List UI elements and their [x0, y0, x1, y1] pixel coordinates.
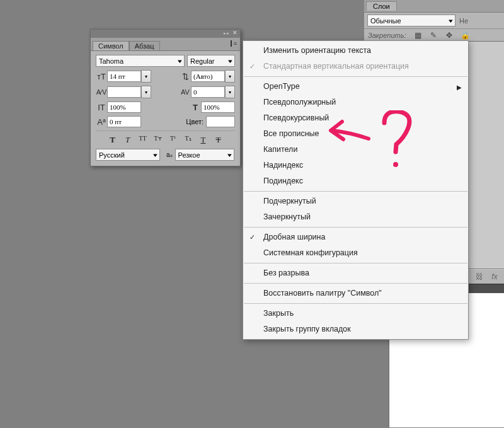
menu-item[interactable]: Восстановить палитру "Символ" [243, 286, 468, 301]
menu-item[interactable]: Псевдополужирный [243, 95, 468, 110]
check-icon: ✓ [249, 61, 255, 72]
menu-item-label: Стандартная вертикальная ориентация [263, 62, 409, 71]
menu-item[interactable]: Все прописные [243, 126, 468, 142]
vscale-icon: IT [96, 103, 107, 112]
blend-mode-value: Обычные [370, 17, 401, 25]
language-value: Русский [99, 151, 125, 159]
chevron-down-icon: ▾ [227, 152, 232, 158]
menu-item-label: Зачеркнутый [263, 212, 311, 221]
leading-input[interactable] [191, 71, 225, 82]
menu-item-label: Восстановить палитру "Символ" [263, 289, 382, 298]
menu-item-label: Надиндекс [263, 161, 303, 170]
font-style-value: Regular [190, 57, 215, 65]
superscript-button[interactable]: T¹ [168, 135, 178, 145]
menu-item-label: Без разрыва [263, 269, 309, 277]
font-size-icon: тT [96, 72, 107, 81]
strike-button[interactable]: T [214, 135, 224, 145]
font-size-input[interactable] [107, 71, 141, 82]
menu-item[interactable]: Системная конфигурация [243, 245, 468, 261]
text-style-row: T T TT Tᴛ T¹ T₁ T T [96, 130, 235, 145]
menu-item[interactable]: Закрыть [243, 306, 468, 321]
menu-item[interactable]: Надиндекс [243, 158, 468, 173]
kerning-dropdown[interactable]: ▾ [141, 86, 151, 98]
menu-item-label: Подиндекс [263, 176, 303, 185]
chevron-down-icon: ▾ [449, 18, 454, 24]
close-icon[interactable]: ✕ [232, 30, 238, 36]
menu-item-label: Псевдокурсивный [263, 113, 329, 122]
bold-button[interactable]: T [108, 135, 118, 145]
fx-icon[interactable]: fx [490, 272, 499, 281]
kerning-input[interactable] [107, 86, 141, 98]
menu-separator [244, 227, 467, 228]
leading-icon: ⇅ [180, 72, 191, 81]
menu-item[interactable]: Без разрыва [243, 265, 468, 281]
opacity-label-partial: Не [459, 17, 468, 25]
menu-item-label: Изменить ориентацию текста [263, 46, 371, 55]
menu-item[interactable]: Капители [243, 142, 468, 158]
check-icon: ✓ [249, 232, 255, 243]
panel-header[interactable]: ▸◂ ✕ [91, 30, 240, 38]
menu-item[interactable]: Подчеркнутый [243, 194, 468, 209]
leading-dropdown[interactable]: ▾ [225, 70, 235, 83]
menu-item[interactable]: Подиндекс [243, 173, 468, 189]
underline-button[interactable]: T [198, 135, 209, 145]
tracking-dropdown[interactable]: ▾ [225, 86, 235, 98]
chevron-down-icon: ▾ [153, 152, 158, 158]
vscale-input[interactable] [107, 101, 141, 113]
antialias-icon: aₐ [166, 151, 173, 158]
lock-paint-icon[interactable]: ✎ [430, 31, 438, 39]
baseline-input[interactable] [107, 116, 141, 127]
baseline-icon: Aª [96, 117, 107, 127]
menu-item-label: Закрыть [263, 309, 294, 318]
chevron-down-icon: ▾ [228, 58, 233, 64]
font-style-select[interactable]: Regular▾ [187, 55, 235, 67]
collapse-icon[interactable]: ▸◂ [224, 31, 229, 36]
menu-item-label: OpenType [263, 82, 300, 91]
tracking-icon: A͏V [180, 88, 191, 96]
panel-menu-icon[interactable]: ≡ [231, 40, 237, 47]
hscale-input[interactable] [201, 101, 235, 113]
lock-all-icon[interactable]: 🔒 [461, 31, 469, 39]
menu-item-label: Закрыть группу вкладок [263, 325, 351, 333]
menu-item-label: Все прописные [263, 129, 319, 138]
font-family-value: Tahoma [99, 57, 123, 65]
menu-separator [244, 283, 467, 284]
tracking-input[interactable] [191, 86, 225, 98]
tab-paragraph[interactable]: Абзац [129, 41, 160, 50]
color-swatch[interactable] [206, 116, 235, 127]
tab-layers[interactable]: Слои [366, 1, 397, 11]
smallcaps-button[interactable]: Tᴛ [153, 135, 163, 145]
lock-row: Закрепить: ▦ ✎ ✥ 🔒 [364, 29, 504, 42]
subscript-button[interactable]: T₁ [183, 135, 193, 145]
font-size-dropdown[interactable]: ▾ [141, 70, 151, 83]
character-panel: ▸◂ ✕ Символ Абзац ≡ Tahoma▾ Regular▾ тT … [90, 29, 241, 166]
hscale-icon: T [190, 103, 201, 112]
menu-separator [244, 191, 467, 192]
italic-button[interactable]: T [123, 135, 133, 145]
menu-item-label: Подчеркнутый [263, 197, 316, 205]
link-icon[interactable]: ⛓ [475, 272, 484, 281]
panel-tabs: Символ Абзац ≡ [91, 38, 240, 51]
menu-separator [244, 263, 467, 263]
layers-blend-row: Обычные ▾ Не [364, 13, 504, 29]
lock-position-icon[interactable]: ✥ [445, 31, 454, 39]
color-label: Цвет: [186, 118, 203, 125]
menu-item[interactable]: ✓Дробная ширина [243, 229, 468, 245]
allcaps-button[interactable]: TT [138, 135, 148, 145]
tab-symbol[interactable]: Символ [93, 41, 129, 50]
lock-transparency-icon[interactable]: ▦ [414, 31, 422, 39]
menu-item[interactable]: Изменить ориентацию текста [243, 43, 468, 59]
blend-mode-select[interactable]: Обычные ▾ [367, 14, 455, 26]
menu-item[interactable]: OpenType▶ [243, 79, 468, 95]
language-select[interactable]: Русский▾ [96, 149, 160, 161]
menu-item-label: Псевдополужирный [263, 98, 336, 107]
menu-item[interactable]: Закрыть группу вкладок [243, 321, 468, 337]
menu-separator [244, 76, 467, 77]
menu-item[interactable]: Зачеркнутый [243, 209, 468, 225]
antialias-select[interactable]: Резкое▾ [175, 149, 234, 161]
antialias-value: Резкое [178, 151, 200, 159]
menu-item[interactable]: Псевдокурсивный [243, 110, 468, 126]
font-family-select[interactable]: Tahoma▾ [96, 55, 185, 67]
menu-separator [244, 303, 467, 304]
menu-item-label: Дробная ширина [263, 233, 325, 241]
